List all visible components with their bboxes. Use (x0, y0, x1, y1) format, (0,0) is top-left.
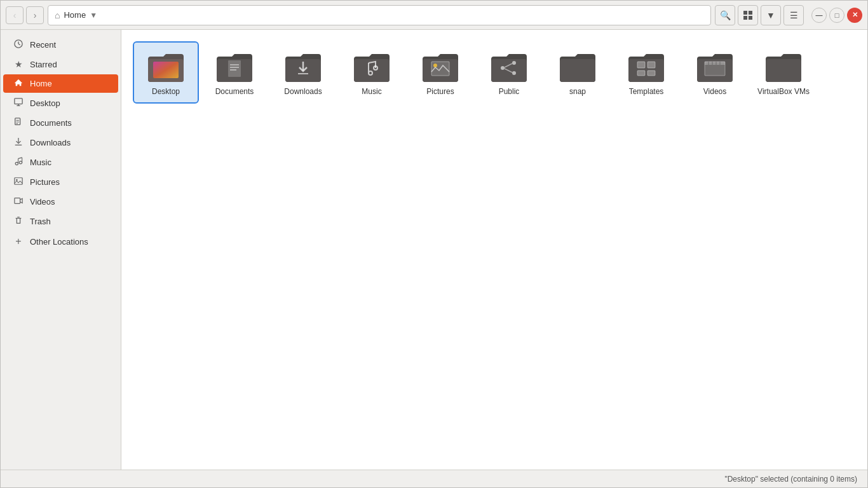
file-item-videos[interactable]: Videos (683, 43, 747, 102)
file-item-downloads[interactable]: Downloads (271, 43, 335, 102)
snap-file-label: snap (569, 87, 586, 97)
videos-sidebar-icon (13, 196, 24, 207)
videos-file-label: Videos (703, 87, 726, 97)
svg-point-16 (15, 162, 18, 165)
recent-icon (13, 39, 24, 50)
file-grid: Desktop D (134, 43, 855, 102)
svg-rect-1 (749, 11, 752, 15)
file-item-pictures[interactable]: Pictures (409, 43, 472, 102)
search-button[interactable]: 🔍 (715, 5, 735, 25)
svg-point-22 (16, 179, 18, 181)
recent-label: Recent (30, 40, 56, 50)
downloads-folder-icon (283, 48, 323, 83)
location-dropdown-icon: ▼ (90, 11, 97, 20)
svg-rect-39 (637, 62, 645, 68)
svg-rect-0 (743, 11, 747, 15)
home-sidebar-icon (13, 78, 24, 89)
public-file-label: Public (499, 87, 520, 97)
pictures-file-label: Pictures (426, 87, 454, 97)
home-label: Home (30, 79, 52, 88)
sidebar-item-starred[interactable]: ★ Starred (3, 55, 118, 73)
main-area: Recent ★ Starred Home Desktop (1, 30, 867, 470)
file-manager-window: ‹ › ⌂ Home ▼ 🔍 ▼ ☰ — □ ✕ (0, 0, 868, 488)
virtualbox-folder-icon (763, 48, 804, 83)
svg-rect-41 (637, 71, 645, 76)
sidebar-item-music[interactable]: Music (3, 153, 118, 172)
sidebar-item-home[interactable]: Home (3, 74, 118, 93)
svg-rect-25 (153, 62, 179, 78)
svg-rect-42 (648, 71, 655, 76)
svg-rect-21 (15, 178, 22, 185)
location-label: Home (64, 10, 86, 20)
home-icon: ⌂ (55, 10, 60, 20)
sidebar-item-desktop[interactable]: Desktop (3, 94, 118, 112)
music-label: Music (30, 158, 51, 167)
downloads-file-label: Downloads (284, 87, 322, 97)
desktop-folder-icon (146, 48, 186, 83)
other-locations-icon: + (13, 236, 24, 247)
forward-button[interactable]: › (26, 6, 44, 24)
virtualbox-file-label: VirtualBox VMs (757, 87, 810, 97)
sidebar-item-videos[interactable]: Videos (3, 193, 118, 211)
file-item-public[interactable]: Public (477, 43, 541, 102)
file-item-snap[interactable]: snap (546, 43, 609, 102)
music-folder-icon (351, 48, 392, 83)
pictures-label: Pictures (30, 177, 60, 187)
music-file-label: Music (362, 87, 381, 97)
trash-sidebar-icon (13, 216, 24, 227)
starred-label: Starred (30, 60, 57, 69)
location-bar[interactable]: ⌂ Home ▼ (48, 5, 711, 25)
svg-point-35 (512, 61, 516, 65)
downloads-sidebar-icon (13, 137, 24, 148)
documents-folder-icon (214, 48, 255, 83)
window-controls: — □ ✕ (811, 8, 862, 23)
music-sidebar-icon (13, 157, 24, 168)
documents-file-label: Documents (215, 87, 254, 97)
file-item-virtualbox[interactable]: VirtualBox VMs (752, 43, 815, 102)
menu-button[interactable]: ☰ (783, 5, 804, 25)
pictures-sidebar-icon (13, 177, 24, 187)
file-item-music[interactable]: Music (340, 43, 403, 102)
svg-rect-7 (15, 98, 22, 104)
svg-point-17 (19, 161, 22, 164)
grid-view-icon (743, 11, 752, 20)
documents-sidebar-icon (13, 118, 24, 128)
view-toggle-button[interactable] (738, 5, 758, 25)
starred-icon: ★ (13, 59, 24, 69)
back-button[interactable]: ‹ (6, 6, 24, 24)
maximize-button[interactable]: □ (829, 8, 844, 23)
svg-rect-44 (705, 62, 725, 65)
desktop-file-label: Desktop (152, 87, 180, 97)
snap-folder-icon (557, 48, 598, 83)
videos-label: Videos (30, 197, 55, 207)
svg-point-34 (501, 66, 505, 70)
view-dropdown-button[interactable]: ▼ (761, 5, 781, 25)
other-locations-label: Other Locations (30, 237, 88, 247)
statusbar: "Desktop" selected (containing 0 items) (1, 470, 867, 487)
file-item-desktop[interactable]: Desktop (134, 43, 198, 102)
close-button[interactable]: ✕ (847, 8, 862, 23)
minimize-button[interactable]: — (811, 8, 827, 23)
header-actions: 🔍 ▼ ☰ (715, 5, 804, 25)
desktop-label: Desktop (30, 98, 60, 108)
sidebar-item-documents[interactable]: Documents (3, 114, 118, 132)
downloads-label: Downloads (30, 138, 71, 147)
file-item-documents[interactable]: Documents (203, 43, 266, 102)
videos-folder-icon (695, 48, 735, 83)
pictures-folder-icon (420, 48, 461, 83)
file-item-templates[interactable]: Templates (614, 43, 678, 102)
svg-line-6 (18, 44, 20, 45)
sidebar-item-downloads[interactable]: Downloads (3, 133, 118, 152)
sidebar-item-recent[interactable]: Recent (3, 36, 118, 54)
public-folder-icon (489, 48, 529, 83)
trash-label: Trash (30, 217, 51, 226)
svg-rect-23 (15, 198, 20, 204)
sidebar-item-pictures[interactable]: Pictures (3, 173, 118, 191)
sidebar-item-trash[interactable]: Trash (3, 212, 118, 231)
templates-file-label: Templates (629, 87, 664, 97)
sidebar-item-other-locations[interactable]: + Other Locations (3, 232, 118, 251)
sidebar: Recent ★ Starred Home Desktop (1, 30, 121, 470)
content-area: Desktop D (121, 30, 867, 470)
svg-point-36 (512, 71, 516, 75)
svg-rect-3 (749, 16, 752, 20)
